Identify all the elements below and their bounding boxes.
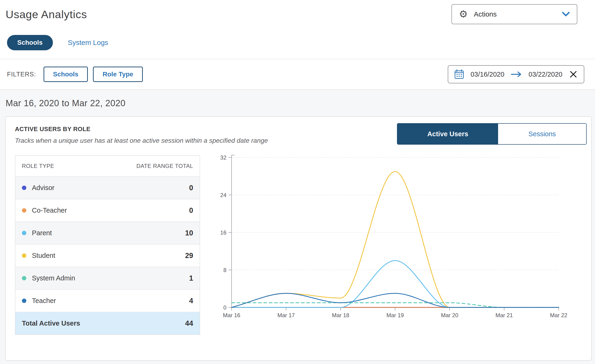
gear-icon: ⚙ xyxy=(459,9,468,19)
view-toggle: Active Users Sessions xyxy=(397,123,587,145)
svg-text:Mar 20: Mar 20 xyxy=(441,312,459,318)
table-row: Co-Teacher0 xyxy=(15,199,200,222)
card-header: ACTIVE USERS BY ROLE Tracks when a uniqu… xyxy=(15,123,587,145)
table-row: Student29 xyxy=(15,244,200,267)
svg-text:8: 8 xyxy=(223,267,227,273)
date-range-picker[interactable]: 03/16/2020 03/22/2020 xyxy=(448,65,584,83)
svg-text:Mar 19: Mar 19 xyxy=(387,312,404,318)
role-color-dot xyxy=(22,253,26,258)
role-total-value: 29 xyxy=(185,252,193,260)
filters-label: FILTERS: xyxy=(7,71,36,78)
actions-button-label: Actions xyxy=(474,10,497,18)
svg-text:24: 24 xyxy=(220,192,227,198)
role-label: System Admin xyxy=(32,274,75,282)
table-rows: Advisor0Co-Teacher0Parent10Student29Syst… xyxy=(15,176,200,312)
table-row: Teacher4 xyxy=(15,289,200,312)
calendar-icon xyxy=(454,69,464,79)
usage-line-chart: 08162432Mar 16Mar 17Mar 18Mar 19Mar 20Ma… xyxy=(217,150,573,328)
toggle-active-users[interactable]: Active Users xyxy=(397,124,498,144)
tab-system-logs[interactable]: System Logs xyxy=(68,39,108,47)
svg-text:32: 32 xyxy=(220,154,227,161)
top-bar: Usage Analytics ⚙ Actions xyxy=(0,0,595,24)
card-subtitle: Tracks when a unique user has at least o… xyxy=(15,137,268,144)
role-label: Teacher xyxy=(32,297,56,305)
role-color-dot xyxy=(22,186,26,190)
role-label: Parent xyxy=(32,229,52,237)
svg-text:Mar 22: Mar 22 xyxy=(550,312,567,318)
total-value: 44 xyxy=(185,319,193,328)
arrow-right-icon xyxy=(511,71,522,77)
chart-container: 08162432Mar 16Mar 17Mar 18Mar 19Mar 20Ma… xyxy=(217,150,573,335)
svg-text:0: 0 xyxy=(223,304,227,311)
filter-schools-button[interactable]: Schools xyxy=(43,67,88,82)
clear-date-range-button[interactable] xyxy=(569,70,578,79)
role-color-dot xyxy=(22,276,26,280)
svg-text:Mar 17: Mar 17 xyxy=(277,312,295,318)
total-label: Total Active Users xyxy=(22,320,80,327)
column-date-range-total: DATE RANGE TOTAL xyxy=(136,163,193,169)
toggle-sessions[interactable]: Sessions xyxy=(498,124,586,144)
svg-text:Mar 21: Mar 21 xyxy=(496,312,513,318)
filter-role-type-button[interactable]: Role Type xyxy=(93,67,143,82)
table-total-row: Total Active Users 44 xyxy=(15,312,200,334)
date-end-value[interactable]: 03/22/2020 xyxy=(529,70,562,78)
filter-bar: FILTERS: Schools Role Type 03/16/2020 03… xyxy=(0,59,595,89)
role-label: Student xyxy=(32,252,55,259)
role-color-dot xyxy=(22,231,26,235)
svg-text:16: 16 xyxy=(220,229,227,236)
role-total-value: 0 xyxy=(189,206,193,215)
date-start-value[interactable]: 03/16/2020 xyxy=(471,70,504,78)
role-total-value: 0 xyxy=(189,184,193,192)
svg-text:Mar 18: Mar 18 xyxy=(332,312,349,318)
role-color-dot xyxy=(22,208,26,213)
role-total-value: 10 xyxy=(185,229,193,237)
column-role-type: ROLE TYPE xyxy=(22,163,54,169)
table-row: Advisor0 xyxy=(15,176,200,199)
table-header-row: ROLE TYPE DATE RANGE TOTAL xyxy=(15,156,200,176)
close-icon xyxy=(569,70,577,78)
role-color-dot xyxy=(22,299,26,303)
page-title: Usage Analytics xyxy=(6,8,87,21)
chevron-down-icon xyxy=(562,12,570,17)
table-row: System Admin1 xyxy=(15,267,200,289)
svg-text:Mar 16: Mar 16 xyxy=(223,312,241,318)
actions-button[interactable]: ⚙ Actions xyxy=(452,4,577,24)
card-title: ACTIVE USERS BY ROLE xyxy=(15,126,268,133)
tab-schools[interactable]: Schools xyxy=(7,35,53,50)
role-table: ROLE TYPE DATE RANGE TOTAL Advisor0Co-Te… xyxy=(15,155,200,335)
table-row: Parent10 xyxy=(15,222,200,244)
card-body: ROLE TYPE DATE RANGE TOTAL Advisor0Co-Te… xyxy=(15,155,587,335)
active-users-card: ACTIVE USERS BY ROLE Tracks when a uniqu… xyxy=(5,116,592,361)
role-label: Advisor xyxy=(32,184,55,192)
role-total-value: 4 xyxy=(189,297,193,305)
role-label: Co-Teacher xyxy=(32,207,67,214)
role-total-value: 1 xyxy=(189,274,193,282)
tab-bar: Schools System Logs xyxy=(7,35,595,50)
date-range-heading: Mar 16, 2020 to Mar 22, 2020 xyxy=(6,98,592,108)
content-area: Mar 16, 2020 to Mar 22, 2020 ACTIVE USER… xyxy=(0,89,595,364)
